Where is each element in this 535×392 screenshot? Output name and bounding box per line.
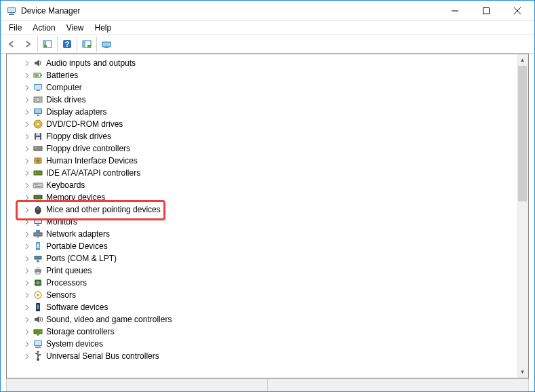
properties-button[interactable] bbox=[98, 36, 115, 52]
expand-chevron-icon[interactable] bbox=[23, 230, 31, 238]
device-tree[interactable]: Audio inputs and outputsBatteriesCompute… bbox=[7, 54, 528, 378]
svg-rect-45 bbox=[37, 184, 38, 185]
help-button[interactable]: ? bbox=[59, 36, 75, 52]
tree-item[interactable]: Memory devices bbox=[18, 191, 528, 203]
menu-file[interactable]: File bbox=[3, 22, 27, 34]
vertical-scrollbar[interactable]: ▲ ▼ bbox=[517, 54, 528, 378]
minimize-button[interactable] bbox=[439, 1, 471, 20]
expand-chevron-icon[interactable] bbox=[23, 132, 31, 140]
scroll-up-button[interactable]: ▲ bbox=[517, 54, 528, 66]
disk-icon bbox=[33, 94, 43, 105]
toolbar-separator bbox=[77, 37, 77, 52]
tree-item[interactable]: Display adapters bbox=[18, 106, 528, 118]
tree-item[interactable]: Floppy disk drives bbox=[18, 130, 528, 142]
tree-item[interactable]: Portable Devices bbox=[18, 240, 528, 252]
tree-item[interactable]: IDE ATA/ATAPI controllers bbox=[18, 167, 528, 179]
tree-item[interactable]: Monitors bbox=[18, 216, 528, 228]
menu-action[interactable]: Action bbox=[27, 22, 60, 34]
expand-chevron-icon[interactable] bbox=[23, 205, 31, 214]
svg-rect-57 bbox=[35, 219, 41, 223]
expand-chevron-icon[interactable] bbox=[23, 303, 31, 311]
svg-rect-33 bbox=[36, 133, 40, 136]
tree-item[interactable]: Computer bbox=[18, 81, 528, 94]
tree-item[interactable]: Network adapters bbox=[18, 228, 528, 240]
svg-point-64 bbox=[37, 249, 38, 250]
tree-item[interactable]: Processors bbox=[18, 277, 528, 289]
tree-item[interactable]: Floppy drive controllers bbox=[18, 142, 528, 155]
svg-rect-91 bbox=[35, 347, 41, 348]
svg-point-66 bbox=[35, 257, 37, 258]
scroll-thumb[interactable] bbox=[518, 66, 527, 201]
svg-rect-63 bbox=[37, 243, 39, 248]
forward-button[interactable] bbox=[20, 36, 36, 52]
expand-chevron-icon[interactable] bbox=[23, 267, 31, 275]
scroll-down-button[interactable]: ▼ bbox=[517, 366, 528, 378]
tree-item[interactable]: Keyboards bbox=[18, 179, 528, 191]
tree-item[interactable]: Batteries bbox=[18, 69, 528, 81]
tree-item[interactable]: Sound, video and game controllers bbox=[18, 313, 528, 326]
tree-item-label: IDE ATA/ATAPI controllers bbox=[46, 168, 140, 178]
ide-icon bbox=[33, 168, 43, 178]
svg-rect-46 bbox=[35, 186, 41, 187]
svg-rect-72 bbox=[36, 272, 40, 274]
computer-icon bbox=[33, 82, 43, 93]
expand-chevron-icon[interactable] bbox=[23, 254, 31, 262]
svg-rect-74 bbox=[37, 281, 39, 284]
tree-item[interactable]: Software devices bbox=[18, 301, 528, 313]
tree-item[interactable]: Mice and other pointing devices bbox=[18, 203, 528, 216]
tree-item[interactable]: Ports (COM & LPT) bbox=[18, 252, 528, 264]
expand-chevron-icon[interactable] bbox=[23, 193, 31, 201]
svg-rect-58 bbox=[37, 224, 39, 226]
tree-item[interactable]: System devices bbox=[18, 338, 528, 350]
svg-point-94 bbox=[35, 353, 37, 354]
toolbar-separator bbox=[96, 37, 97, 52]
tree-item[interactable]: Universal Serial Bus controllers bbox=[18, 350, 528, 362]
expand-chevron-icon[interactable] bbox=[23, 144, 31, 153]
scan-hardware-button[interactable] bbox=[79, 36, 95, 52]
tree-item-label: Disk drives bbox=[46, 95, 86, 104]
tree-item[interactable]: Sensors bbox=[18, 289, 528, 301]
tree-item[interactable]: Audio inputs and outputs bbox=[18, 57, 528, 69]
tree-item[interactable]: Storage controllers bbox=[18, 326, 528, 338]
tree-item[interactable]: Print queues bbox=[18, 264, 528, 277]
expand-chevron-icon[interactable] bbox=[23, 352, 31, 360]
tree-item[interactable]: Human Interface Devices bbox=[18, 155, 528, 167]
expand-chevron-icon[interactable] bbox=[23, 157, 31, 165]
svg-rect-44 bbox=[35, 184, 37, 185]
back-button[interactable] bbox=[3, 36, 20, 52]
svg-point-88 bbox=[37, 333, 39, 336]
expand-chevron-icon[interactable] bbox=[23, 291, 31, 299]
svg-rect-71 bbox=[36, 267, 40, 269]
maximize-button[interactable] bbox=[471, 1, 502, 20]
close-button[interactable] bbox=[502, 1, 533, 20]
expand-chevron-icon[interactable] bbox=[23, 279, 31, 287]
expand-chevron-icon[interactable] bbox=[23, 169, 31, 177]
svg-rect-59 bbox=[34, 233, 42, 236]
svg-rect-34 bbox=[36, 137, 40, 140]
svg-rect-43 bbox=[34, 184, 35, 185]
menu-help[interactable]: Help bbox=[90, 22, 117, 34]
expand-chevron-icon[interactable] bbox=[23, 71, 31, 79]
expand-chevron-icon[interactable] bbox=[23, 315, 31, 324]
svg-rect-5 bbox=[483, 7, 490, 14]
sensor-icon bbox=[33, 290, 43, 300]
menu-view[interactable]: View bbox=[61, 22, 90, 34]
svg-rect-23 bbox=[36, 90, 40, 91]
expand-chevron-icon[interactable] bbox=[23, 181, 31, 189]
tree-item-label: Print queues bbox=[46, 266, 92, 275]
tree-item[interactable]: DVD/CD-ROM drives bbox=[18, 118, 528, 130]
expand-chevron-icon[interactable] bbox=[23, 218, 31, 226]
expand-chevron-icon[interactable] bbox=[23, 83, 31, 92]
expand-chevron-icon[interactable] bbox=[23, 108, 31, 116]
expand-chevron-icon[interactable] bbox=[23, 242, 31, 250]
tree-item[interactable]: Disk drives bbox=[18, 94, 528, 106]
expand-chevron-icon[interactable] bbox=[23, 120, 31, 128]
svg-rect-84 bbox=[37, 305, 39, 309]
svg-rect-22 bbox=[35, 85, 41, 89]
show-hide-tree-button[interactable] bbox=[39, 36, 56, 52]
hid-icon bbox=[33, 155, 43, 166]
expand-chevron-icon[interactable] bbox=[23, 96, 31, 104]
expand-chevron-icon[interactable] bbox=[23, 328, 31, 336]
expand-chevron-icon[interactable] bbox=[23, 59, 31, 67]
expand-chevron-icon[interactable] bbox=[23, 340, 31, 348]
